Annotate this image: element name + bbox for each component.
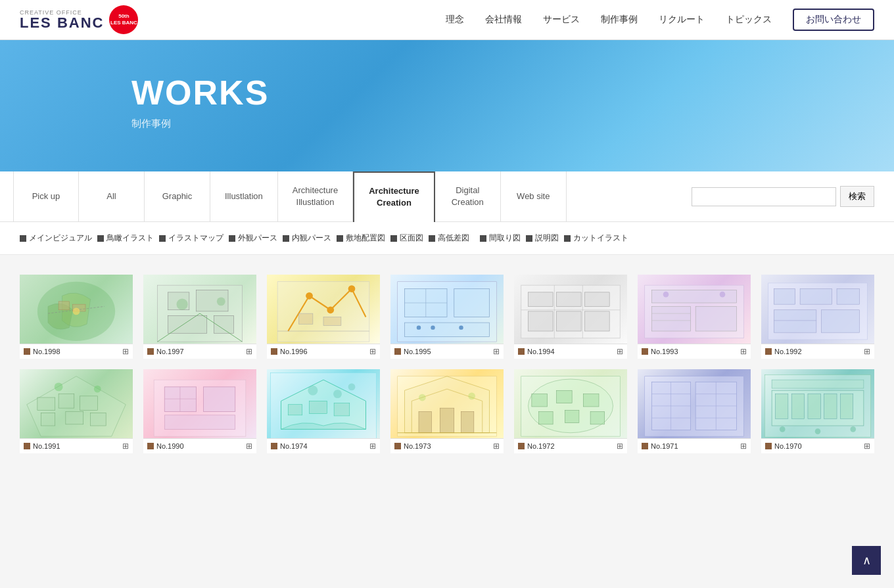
tab-pickup[interactable]: Pick up bbox=[13, 171, 79, 221]
contact-button[interactable]: お問い合わせ bbox=[793, 9, 874, 31]
filter-exterior-pers[interactable]: 外観パース bbox=[229, 233, 277, 244]
svg-rect-88 bbox=[539, 412, 553, 424]
work-card-1973[interactable]: No.1973 ⊞ bbox=[390, 369, 504, 453]
svg-point-10 bbox=[177, 299, 188, 310]
svg-rect-40 bbox=[652, 307, 691, 332]
work-num-label: No.1973 bbox=[404, 442, 431, 450]
work-footer-1995: No.1995 ⊞ bbox=[390, 344, 504, 359]
work-expand-icon[interactable]: ⊞ bbox=[617, 441, 623, 451]
nav-item-service[interactable]: サービス bbox=[543, 14, 580, 26]
work-expand-icon[interactable]: ⊞ bbox=[864, 441, 870, 451]
main-nav: 理念 会社情報 サービス 制作事例 リクルート トピックス お問い合わせ bbox=[446, 9, 874, 31]
search-input[interactable] bbox=[692, 187, 836, 206]
search-button[interactable]: 検索 bbox=[840, 186, 874, 207]
work-num-label: No.1993 bbox=[651, 348, 678, 355]
logo-main-text: LES BANC bbox=[20, 14, 104, 31]
svg-point-80 bbox=[419, 394, 426, 401]
tab-arch-creation[interactable]: ArchitectureCreation bbox=[353, 171, 435, 222]
svg-point-4 bbox=[73, 308, 80, 315]
tab-website[interactable]: Web site bbox=[501, 171, 567, 221]
work-num-square bbox=[518, 443, 525, 449]
works-grid: No.1998 ⊞ bbox=[0, 255, 894, 484]
tab-graphic[interactable]: Graphic bbox=[145, 171, 210, 221]
filter-square-icon bbox=[337, 235, 343, 242]
filter-main-visual[interactable]: メインビジュアル bbox=[20, 233, 92, 244]
nav-item-topics[interactable]: トピックス bbox=[726, 14, 772, 26]
nav-item-rinen[interactable]: 理念 bbox=[446, 14, 464, 26]
filter-bird-illust[interactable]: 鳥瞰イラスト bbox=[97, 233, 154, 244]
work-card-1990[interactable]: No.1990 ⊞ bbox=[143, 369, 256, 453]
nav-item-works[interactable]: 制作事例 bbox=[601, 14, 638, 26]
work-num-1991: No.1991 bbox=[24, 442, 60, 450]
search-area: 検索 bbox=[685, 171, 881, 221]
work-num-1993: No.1993 bbox=[642, 348, 678, 355]
work-image-1996 bbox=[267, 275, 380, 344]
work-num-label: No.1974 bbox=[280, 442, 308, 450]
work-card-1993[interactable]: No.1993 ⊞ bbox=[638, 275, 751, 359]
work-footer-1990: No.1990 ⊞ bbox=[143, 438, 256, 453]
hero-subtitle: 制作事例 bbox=[131, 118, 763, 130]
work-expand-icon[interactable]: ⊞ bbox=[493, 347, 500, 356]
work-card-1996[interactable]: No.1996 ⊞ bbox=[267, 275, 380, 359]
work-num-1998: No.1998 bbox=[24, 348, 60, 355]
work-num-label: No.1972 bbox=[527, 442, 555, 450]
nav-item-company[interactable]: 会社情報 bbox=[485, 14, 522, 26]
work-num-1990: No.1990 bbox=[147, 442, 184, 450]
work-num-1971: No.1971 bbox=[642, 442, 678, 450]
filter-section: メインビジュアル 鳥瞰イラスト イラストマップ 外観パース 内観パース 敷地配置… bbox=[0, 222, 894, 255]
filter-cut-illust[interactable]: カットイラスト bbox=[564, 233, 628, 244]
work-expand-icon[interactable]: ⊞ bbox=[122, 347, 129, 356]
svg-rect-22 bbox=[405, 323, 490, 336]
work-card-1994[interactable]: No.1994 ⊞ bbox=[514, 275, 627, 359]
work-card-1974[interactable]: No.1974 ⊞ bbox=[267, 369, 380, 453]
filter-elevation[interactable]: 高低差図 bbox=[429, 233, 469, 244]
work-expand-icon[interactable]: ⊞ bbox=[740, 347, 747, 356]
work-card-1995[interactable]: No.1995 ⊞ bbox=[390, 275, 504, 359]
svg-rect-90 bbox=[590, 412, 605, 424]
work-expand-icon[interactable]: ⊞ bbox=[740, 441, 747, 451]
filter-illust-map[interactable]: イラストマップ bbox=[159, 233, 224, 244]
work-card-1991[interactable]: No.1991 ⊞ bbox=[20, 369, 133, 453]
work-expand-icon[interactable]: ⊞ bbox=[617, 347, 623, 356]
work-expand-icon[interactable]: ⊞ bbox=[122, 441, 129, 451]
work-card-1998[interactable]: No.1998 ⊞ bbox=[20, 275, 133, 359]
svg-rect-31 bbox=[585, 292, 610, 307]
nav-item-recruit[interactable]: リクルート bbox=[659, 14, 705, 26]
tab-arch-illustlation[interactable]: ArchitectureIllustlation bbox=[278, 171, 353, 221]
work-num-label: No.1996 bbox=[280, 348, 308, 355]
work-card-1972[interactable]: No.1972 ⊞ bbox=[514, 369, 627, 453]
filter-interior-pers[interactable]: 内観パース bbox=[283, 233, 331, 244]
work-card-1997[interactable]: No.1997 ⊞ bbox=[143, 275, 256, 359]
tab-all[interactable]: All bbox=[79, 171, 145, 221]
svg-point-27 bbox=[459, 326, 463, 330]
logo-area: CREATIVE OFFICE LES BANC 50thLES BANC bbox=[20, 5, 138, 34]
svg-rect-63 bbox=[164, 387, 196, 412]
svg-rect-108 bbox=[840, 394, 853, 419]
svg-point-112 bbox=[850, 426, 856, 432]
work-num-label: No.1990 bbox=[156, 442, 184, 450]
work-card-1971[interactable]: No.1971 ⊞ bbox=[638, 369, 751, 453]
work-expand-icon[interactable]: ⊞ bbox=[246, 441, 252, 451]
work-footer-1998: No.1998 ⊞ bbox=[20, 344, 133, 359]
filter-floor-plan[interactable]: 間取り図 bbox=[480, 233, 521, 244]
work-card-1970[interactable]: No.1970 ⊞ bbox=[761, 369, 874, 453]
tab-illustlation[interactable]: Illustlation bbox=[210, 171, 278, 221]
filter-site-plan[interactable]: 敷地配置図 bbox=[337, 233, 385, 244]
svg-rect-87 bbox=[583, 394, 599, 407]
work-expand-icon[interactable]: ⊞ bbox=[369, 347, 376, 356]
work-expand-icon[interactable]: ⊞ bbox=[493, 441, 500, 451]
filter-description[interactable]: 説明図 bbox=[526, 233, 559, 244]
work-footer-1996: No.1996 ⊞ bbox=[267, 344, 380, 359]
work-num-square bbox=[642, 443, 648, 449]
filter-area-plan[interactable]: 区面図 bbox=[390, 233, 423, 244]
tab-digital-creation[interactable]: DigitalCreation bbox=[435, 171, 501, 221]
work-card-1992[interactable]: No.1992 ⊞ bbox=[761, 275, 874, 359]
filter-label: 敷地配置図 bbox=[346, 233, 385, 244]
svg-rect-86 bbox=[557, 391, 573, 403]
filter-label: 高低差図 bbox=[438, 233, 469, 244]
work-expand-icon[interactable]: ⊞ bbox=[369, 441, 376, 451]
work-num-1974: No.1974 bbox=[271, 442, 308, 450]
work-expand-icon[interactable]: ⊞ bbox=[864, 347, 870, 356]
work-num-square bbox=[394, 348, 401, 355]
work-expand-icon[interactable]: ⊞ bbox=[246, 347, 252, 356]
